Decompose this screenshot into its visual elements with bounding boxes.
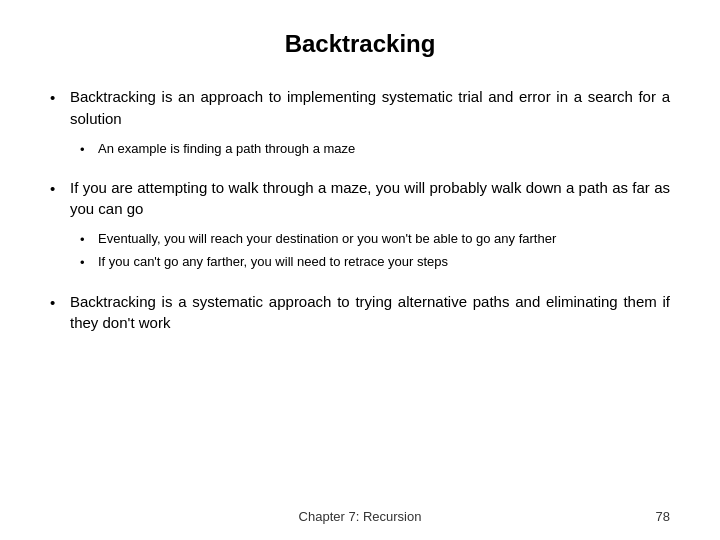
sub-bullet-2-2: • If you can't go any farther, you will …: [80, 253, 670, 272]
bullet-text-3: Backtracking is a systematic approach to…: [70, 291, 670, 335]
bullet-marker-3: •: [50, 292, 70, 314]
sub-bullet-2-1: • Eventually, you will reach your destin…: [80, 230, 670, 249]
slide-container: Backtracking • Backtracking is an approa…: [0, 0, 720, 540]
sub-bullets-2: • Eventually, you will reach your destin…: [50, 230, 670, 272]
bullet-text-1: Backtracking is an approach to implement…: [70, 86, 670, 130]
sub-bullet-text-2-1: Eventually, you will reach your destinat…: [98, 230, 670, 248]
slide-footer: Chapter 7: Recursion 78: [50, 509, 670, 524]
bullet-marker-1: •: [50, 87, 70, 109]
bullet-section-3: • Backtracking is a systematic approach …: [50, 291, 670, 345]
sub-bullet-marker-2-1: •: [80, 231, 98, 249]
sub-bullet-text-2-2: If you can't go any farther, you will ne…: [98, 253, 670, 271]
footer-page: 78: [656, 509, 670, 524]
slide-title: Backtracking: [50, 30, 670, 58]
slide-content: • Backtracking is an approach to impleme…: [50, 86, 670, 520]
bullet-item-2: • If you are attempting to walk through …: [50, 177, 670, 221]
bullet-section-2: • If you are attempting to walk through …: [50, 177, 670, 279]
sub-bullets-1: • An example is finding a path through a…: [50, 140, 670, 159]
sub-bullet-1-1: • An example is finding a path through a…: [80, 140, 670, 159]
footer-chapter: Chapter 7: Recursion: [50, 509, 670, 524]
sub-bullet-marker-2-2: •: [80, 254, 98, 272]
bullet-section-1: • Backtracking is an approach to impleme…: [50, 86, 670, 165]
bullet-text-2: If you are attempting to walk through a …: [70, 177, 670, 221]
bullet-marker-2: •: [50, 178, 70, 200]
bullet-item-1: • Backtracking is an approach to impleme…: [50, 86, 670, 130]
sub-bullet-marker-1-1: •: [80, 141, 98, 159]
bullet-item-3: • Backtracking is a systematic approach …: [50, 291, 670, 335]
sub-bullet-text-1-1: An example is finding a path through a m…: [98, 140, 670, 158]
